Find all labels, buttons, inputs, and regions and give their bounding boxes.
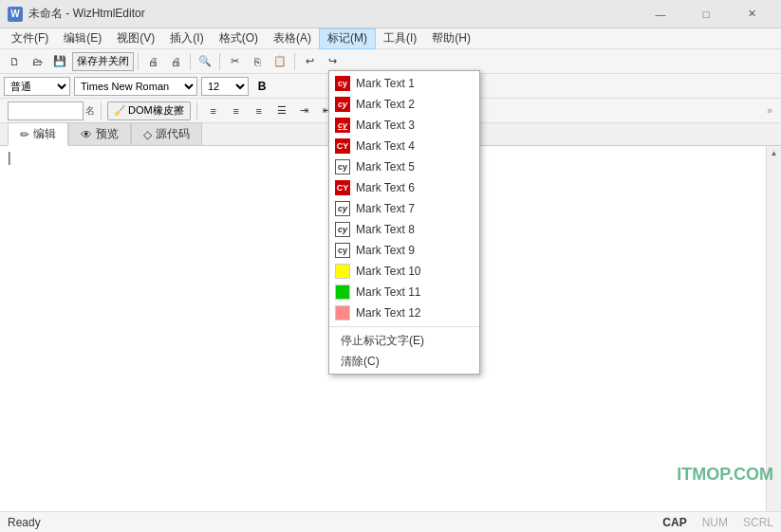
mark-text-5-item[interactable]: cy Mark Text 5 [329,156,479,177]
save-close-button[interactable]: 保存并关闭 [72,52,134,71]
titlebar: W 未命名 - WizHtmlEditor — □ ✕ [0,0,781,28]
mark-1-icon: cy [335,76,350,91]
sep6 [196,102,197,119]
mark-11-icon [335,284,350,300]
menu-file[interactable]: 文件(F) [4,28,56,49]
new-button[interactable]: 🗋 [4,51,25,72]
paste-button[interactable]: 📋 [270,51,290,72]
sep1 [138,53,139,70]
search-label: 名 [85,104,95,118]
editor-scrollbar[interactable]: ▲ [766,146,781,511]
mark-text-8-item[interactable]: cy Mark Text 8 [329,219,479,240]
dom-rubber-button[interactable]: 🧹 DOM橡皮擦 [107,101,191,120]
menu-edit[interactable]: 编辑(E) [56,28,109,49]
redo-button[interactable]: ↪ [322,51,343,72]
open-button[interactable]: 🗁 [27,51,47,72]
save-button[interactable]: 💾 [49,51,70,72]
mark-text-4-item[interactable]: CY Mark Text 4 [329,136,479,156]
menu-table[interactable]: 表格(A) [266,28,319,49]
mark-text-9-item[interactable]: cy Mark Text 9 [329,240,479,261]
align-right-button[interactable]: ≡ [249,101,270,121]
tab-source[interactable]: ◇ 源代码 [131,122,202,145]
mark-9-icon: cy [335,243,350,258]
cut-button[interactable]: ✂ [224,51,245,72]
find-button[interactable]: 🔍 [195,51,215,72]
undo-button[interactable]: ↩ [299,51,320,72]
align-left-button[interactable]: ≡ [203,101,224,121]
mark-text-6-item[interactable]: CY Mark Text 6 [329,177,479,198]
sep3 [219,53,220,70]
mark-text-1-item[interactable]: cy Mark Text 1 [329,73,479,94]
menu-tools[interactable]: 工具(I) [376,28,424,49]
mark-8-icon: cy [335,222,350,237]
scroll-up-arrow[interactable]: ▲ [768,146,781,159]
mark-text-11-item[interactable]: Mark Text 11 [329,282,479,303]
statusbar: Ready CAP NUM SCRL [0,511,781,532]
window-controls: — □ ✕ [639,0,773,28]
num-status: NUM [702,516,728,529]
menu-sep1 [329,326,479,327]
sep5 [101,102,102,119]
menu-insert[interactable]: 插入(I) [162,28,211,49]
mark-2-icon: cy [335,97,350,112]
close-button[interactable]: ✕ [730,0,773,28]
mark-text-12-item[interactable]: Mark Text 12 [329,303,479,323]
search-section: 名 [8,101,105,120]
clear-mark-item[interactable]: 清除(C) [329,351,479,372]
sep2 [190,53,191,70]
cap-status: CAP [662,516,686,529]
mark-6-icon: CY [335,180,350,195]
maximize-button[interactable]: □ [684,0,728,28]
bold-button[interactable]: B [252,77,271,96]
mark-10-icon [335,264,350,279]
menu-view[interactable]: 视图(V) [109,28,162,49]
stop-mark-item[interactable]: 停止标记文字(E) [329,330,479,351]
menu-mark[interactable]: 标记(M) [319,28,376,49]
window-title: 未命名 - WizHtmlEditor [28,6,145,22]
mark-text-7-item[interactable]: cy Mark Text 7 [329,198,479,219]
mark-text-3-item[interactable]: cy Mark Text 3 [329,115,479,136]
sep4 [294,53,295,70]
mark-menu: cy Mark Text 1 cy Mark Text 2 cy Mark Te… [328,70,480,375]
search-input[interactable] [8,101,84,120]
align-center-button[interactable]: ≡ [226,101,247,121]
mark-5-icon: cy [335,159,350,174]
toolbar2-expand[interactable]: » [762,105,777,116]
mark-3-icon: cy [335,118,350,133]
statusbar-right: CAP NUM SCRL [662,516,773,529]
paragraph-style-select[interactable]: 普通 [4,77,70,96]
cursor: | [8,150,11,165]
font-select[interactable]: Times New Roman [74,77,197,96]
status-ready: Ready [8,516,41,529]
mark-7-icon: cy [335,201,350,216]
watermark: ITMOP.COM [677,465,773,485]
mark-text-2-item[interactable]: cy Mark Text 2 [329,94,479,115]
mark-4-icon: CY [335,138,350,154]
copy-button[interactable]: ⎘ [247,51,268,72]
titlebar-left: W 未命名 - WizHtmlEditor [8,6,145,22]
minimize-button[interactable]: — [639,0,682,28]
menu-format[interactable]: 格式(O) [212,28,266,49]
font-size-select[interactable]: 12 [201,77,249,96]
print-button[interactable]: 🖨 [142,51,163,72]
tab-edit[interactable]: ✏ 编辑 [8,122,68,146]
print-preview-button[interactable]: 🖨 [165,51,186,72]
menubar: 文件(F) 编辑(E) 视图(V) 插入(I) 格式(O) 表格(A) 标记(M… [0,28,781,49]
mark-12-icon [335,305,350,321]
mark-text-10-item[interactable]: Mark Text 10 [329,261,479,282]
app-icon: W [8,7,23,22]
indent-button[interactable]: ⇥ [294,101,315,121]
menu-help[interactable]: 帮助(H) [424,28,478,49]
tab-preview[interactable]: 👁 预览 [68,122,131,145]
scrl-status: SCRL [743,516,773,529]
align-justify-button[interactable]: ☰ [271,101,292,121]
